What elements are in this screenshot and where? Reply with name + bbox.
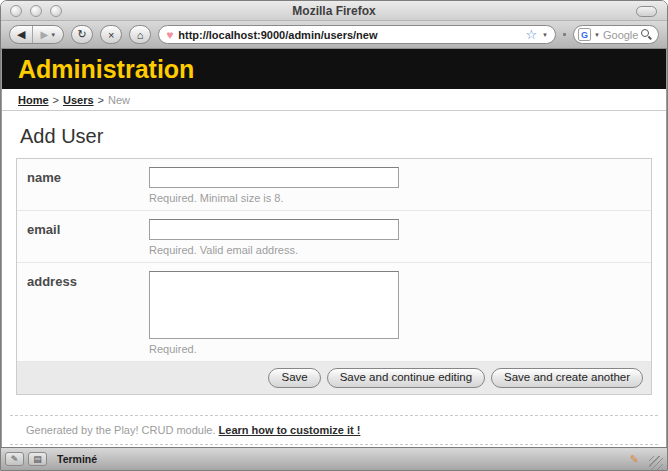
add-user-form: name Required. Minimal size is 8. email …: [16, 158, 652, 395]
browser-viewport: Administration Home > Users > New Add Us…: [1, 49, 667, 447]
form-row-name: name Required. Minimal size is 8.: [17, 159, 651, 211]
breadcrumb-separator: >: [53, 94, 59, 106]
footer-customize-link[interactable]: Learn how to customize it !: [219, 424, 361, 436]
window-title: Mozilla Firefox: [1, 4, 667, 18]
url-input[interactable]: [178, 29, 520, 41]
breadcrumb-separator: >: [98, 94, 104, 106]
breadcrumb-current: New: [108, 94, 130, 106]
statusbar-brush-icon[interactable]: ✎: [630, 453, 639, 466]
url-dropdown-icon[interactable]: ▼: [542, 32, 548, 38]
forward-button[interactable]: ▶ ▼: [32, 26, 63, 43]
name-label: name: [27, 167, 149, 204]
search-magnifier-icon: [641, 29, 652, 40]
form-row-address: address Required.: [17, 263, 651, 362]
history-nav-group: ◀ ▶ ▼: [9, 25, 64, 44]
form-actions-bar: Save Save and continue editing Save and …: [17, 362, 651, 394]
address-label: address: [27, 271, 149, 355]
email-field[interactable]: [149, 219, 399, 240]
navigation-toolbar: ◀ ▶ ▼ ↻ × ⌂ ♥ ☆ ▼ G ▼: [1, 21, 667, 49]
name-field[interactable]: [149, 167, 399, 188]
page-footer: Generated by the Play! CRUD module. Lear…: [10, 415, 658, 445]
back-button[interactable]: ◀: [10, 26, 32, 43]
save-create-another-button[interactable]: Save and create another: [491, 368, 643, 388]
search-engine-dropdown-icon[interactable]: ▼: [594, 32, 600, 38]
search-bar[interactable]: G ▼: [573, 25, 659, 44]
reload-icon: ↻: [78, 28, 87, 41]
window-titlebar[interactable]: Mozilla Firefox: [1, 1, 667, 21]
toolbar-separator-dot: [563, 33, 566, 36]
google-engine-icon[interactable]: G: [578, 28, 591, 41]
back-icon: ◀: [17, 28, 25, 41]
admin-header: Administration: [2, 49, 666, 89]
favicon-heart-icon: ♥: [166, 29, 173, 41]
breadcrumb-home-link[interactable]: Home: [18, 94, 49, 106]
stop-icon: ×: [108, 29, 114, 41]
save-button[interactable]: Save: [268, 368, 320, 388]
home-button[interactable]: ⌂: [129, 25, 151, 44]
email-label: email: [27, 219, 149, 256]
bookmark-star-icon[interactable]: ☆: [525, 28, 537, 41]
name-hint: Required. Minimal size is 8.: [149, 192, 641, 204]
reload-button[interactable]: ↻: [71, 25, 93, 44]
address-field[interactable]: [149, 271, 399, 339]
page-title: Add User: [20, 125, 666, 148]
statusbar-chart-icon[interactable]: ▤: [28, 452, 47, 466]
search-input[interactable]: [603, 29, 638, 41]
toolbar-toggle-button[interactable]: [636, 6, 657, 17]
stop-button[interactable]: ×: [100, 25, 122, 44]
home-icon: ⌂: [137, 29, 144, 41]
email-hint: Required. Valid email address.: [149, 244, 641, 256]
save-continue-button[interactable]: Save and continue editing: [327, 368, 485, 388]
resize-grip[interactable]: [649, 456, 663, 470]
status-bar: ✎ ▤ Terminé ✎: [1, 447, 667, 470]
breadcrumb-users-link[interactable]: Users: [63, 94, 94, 106]
footer-text: Generated by the Play! CRUD module.: [26, 424, 216, 436]
admin-header-title: Administration: [18, 55, 194, 84]
firefox-window: Mozilla Firefox ◀ ▶ ▼ ↻ × ⌂ ♥ ☆ ▼: [0, 0, 668, 471]
forward-icon: ▶: [40, 29, 48, 40]
form-row-email: email Required. Valid email address.: [17, 211, 651, 263]
status-text: Terminé: [57, 453, 97, 465]
address-hint: Required.: [149, 343, 641, 355]
url-bar[interactable]: ♥ ☆ ▼: [158, 25, 556, 44]
breadcrumb: Home > Users > New: [2, 89, 666, 111]
history-dropdown-icon: ▼: [50, 32, 56, 38]
statusbar-pencil-icon[interactable]: ✎: [5, 452, 24, 466]
